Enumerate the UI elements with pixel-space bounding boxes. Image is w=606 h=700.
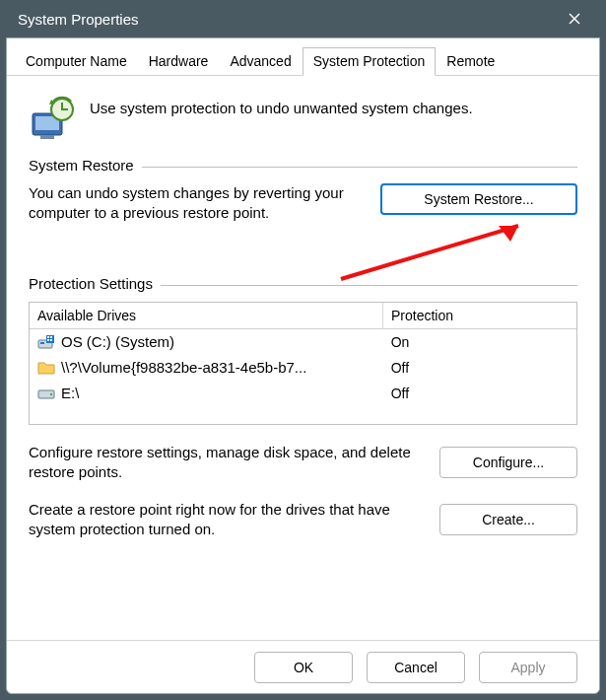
os-drive-icon xyxy=(37,334,55,350)
tab-computer-name[interactable]: Computer Name xyxy=(15,47,138,75)
titlebar[interactable]: System Properties xyxy=(0,0,606,37)
col-header-protection[interactable]: Protection xyxy=(383,303,576,328)
drive-protection: On xyxy=(383,334,576,350)
tab-strip: Computer Name Hardware Advanced System P… xyxy=(7,38,599,76)
annotation-arrow-wrap xyxy=(29,224,577,279)
svg-point-17 xyxy=(50,392,52,394)
folder-icon xyxy=(37,360,55,376)
apply-button[interactable]: Apply xyxy=(479,652,577,683)
system-restore-desc: You can undo system changes by reverting… xyxy=(29,183,367,224)
create-desc: Create a restore point right now for the… xyxy=(29,500,424,540)
system-protection-panel: Use system protection to undo unwanted s… xyxy=(7,76,599,640)
system-protection-icon xyxy=(29,96,76,143)
group-protection-settings-label: Protection Settings xyxy=(29,275,161,292)
drive-name: OS (C:) (System) xyxy=(61,333,174,350)
window-title: System Properties xyxy=(18,11,555,28)
drives-header-row: Available Drives Protection xyxy=(30,303,576,329)
drive-protection: Off xyxy=(383,385,576,401)
client-area: Computer Name Hardware Advanced System P… xyxy=(6,37,600,694)
table-row[interactable]: E:\ Off xyxy=(30,381,576,406)
svg-rect-4 xyxy=(40,135,54,139)
close-icon xyxy=(569,13,580,25)
system-properties-window: System Properties Computer Name Hardware… xyxy=(0,0,606,700)
group-system-restore-label: System Restore xyxy=(29,157,142,174)
drive-protection: Off xyxy=(383,360,576,376)
drive-name: E:\ xyxy=(61,385,79,401)
svg-rect-10 xyxy=(40,342,44,344)
drive-name: \\?\Volume{f98832be-a831-4e5b-b7... xyxy=(61,359,306,376)
group-system-restore: System Restore You can undo system chang… xyxy=(29,167,577,279)
svg-rect-12 xyxy=(47,336,49,338)
configure-desc: Configure restore settings, manage disk … xyxy=(29,443,424,483)
system-restore-button[interactable]: System Restore... xyxy=(380,183,577,215)
group-protection-settings: Protection Settings Available Drives Pro… xyxy=(29,285,577,540)
svg-rect-13 xyxy=(50,336,52,338)
dialog-button-bar: OK Cancel Apply xyxy=(7,640,599,693)
col-header-drives[interactable]: Available Drives xyxy=(30,303,383,328)
cancel-button[interactable]: Cancel xyxy=(367,652,465,683)
intro-row: Use system protection to undo unwanted s… xyxy=(29,96,577,143)
intro-text: Use system protection to undo unwanted s… xyxy=(90,96,473,116)
tab-remote[interactable]: Remote xyxy=(436,47,505,75)
create-button[interactable]: Create... xyxy=(439,504,577,535)
svg-rect-14 xyxy=(47,339,49,341)
tab-hardware[interactable]: Hardware xyxy=(138,47,220,75)
ok-button[interactable]: OK xyxy=(254,652,353,683)
table-row[interactable]: \\?\Volume{f98832be-a831-4e5b-b7... Off xyxy=(30,355,576,381)
svg-line-7 xyxy=(341,226,518,279)
tab-advanced[interactable]: Advanced xyxy=(219,47,302,75)
configure-button[interactable]: Configure... xyxy=(439,447,577,478)
svg-rect-15 xyxy=(50,339,52,341)
ext-drive-icon xyxy=(37,385,55,401)
svg-marker-8 xyxy=(499,226,518,242)
table-row[interactable]: OS (C:) (System) On xyxy=(30,329,576,355)
close-button[interactable] xyxy=(555,4,594,34)
drives-table: Available Drives Protection xyxy=(29,302,577,425)
annotation-arrow-icon xyxy=(331,218,548,289)
tab-system-protection[interactable]: System Protection xyxy=(303,47,437,76)
